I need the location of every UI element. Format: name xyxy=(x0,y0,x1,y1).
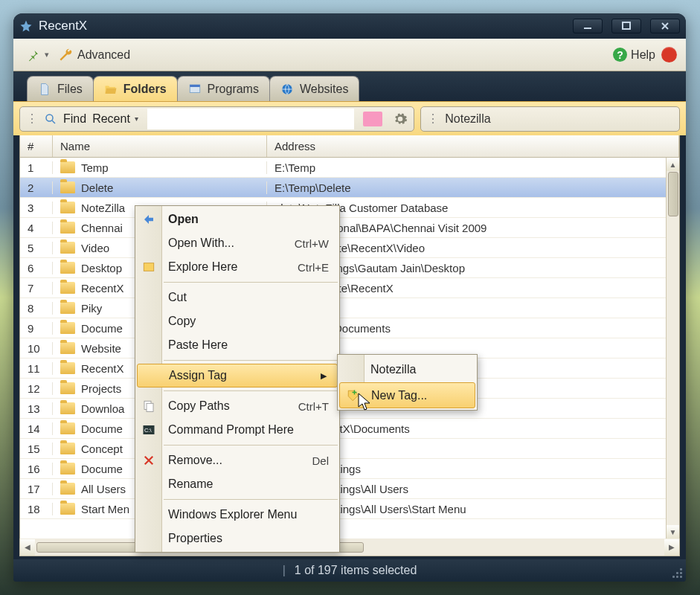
advanced-button[interactable]: Advanced xyxy=(54,45,135,65)
table-row[interactable]: 17All Usersents and Settings\All Users xyxy=(20,479,679,499)
svg-rect-3 xyxy=(190,85,200,87)
table-row[interactable]: 7RecentXtworld\Website\RecentX xyxy=(20,278,679,298)
tab-folders[interactable]: Folders xyxy=(93,76,178,101)
menu-item-explorer-menu[interactable]: Windows Explorer Menu xyxy=(135,503,339,527)
table-row[interactable]: 14Documetworld\RecentX\Documents xyxy=(20,419,679,439)
table-row[interactable]: 6Desktopnts and Settings\Gautam Jain\Des… xyxy=(20,258,679,278)
menu-item-assign-tag[interactable]: Assign Tag▶ xyxy=(137,364,338,387)
column-name[interactable]: Name xyxy=(53,135,267,157)
recent-dropdown[interactable]: Recent▾ xyxy=(92,112,138,126)
find-button[interactable]: Find xyxy=(63,112,86,126)
minimize-button[interactable] xyxy=(573,19,603,33)
remove-icon xyxy=(141,453,156,468)
menu-label: Explore Here xyxy=(168,260,237,274)
tab-label: Websites xyxy=(300,83,349,96)
table-row[interactable]: 8Pikytworld\Piky xyxy=(20,298,679,318)
close-button[interactable] xyxy=(650,19,680,33)
help-icon: ? xyxy=(613,48,627,62)
tab-label: Folders xyxy=(123,83,167,96)
folder-icon xyxy=(60,463,75,475)
search-input[interactable] xyxy=(147,109,354,129)
menu-item-explore-here[interactable]: Explore HereCtrl+E xyxy=(135,255,339,279)
table-row[interactable]: 18Start Menents and Settings\All Users\S… xyxy=(20,499,679,519)
row-number: 8 xyxy=(20,302,53,315)
row-number: 9 xyxy=(20,322,53,335)
column-number[interactable]: # xyxy=(20,135,53,157)
tab-files[interactable]: Files xyxy=(27,76,94,101)
row-number: 16 xyxy=(20,463,53,475)
row-address-cell: E:\Temp\Delete xyxy=(267,181,679,194)
status-text: 1 of 197 items selected xyxy=(295,564,417,577)
row-number: 2 xyxy=(20,181,53,194)
resize-grip[interactable] xyxy=(670,565,683,579)
scroll-right-button[interactable]: ▶ xyxy=(664,539,679,556)
tag-filter-label[interactable]: Notezilla xyxy=(445,112,490,126)
table-row[interactable]: 16Documeents and Settings xyxy=(20,459,679,479)
menu-item-properties[interactable]: Properties xyxy=(135,527,339,550)
table-row[interactable]: 5Videotworld\Website\RecentX\Video xyxy=(20,238,679,258)
maximize-button[interactable] xyxy=(611,19,641,33)
pin-button[interactable]: ▾ xyxy=(22,46,54,64)
menu-item-paste-here[interactable]: Paste Here xyxy=(135,333,339,357)
stop-button[interactable] xyxy=(661,47,677,62)
menu-item-open[interactable]: Open xyxy=(135,208,339,231)
row-number: 15 xyxy=(20,443,53,455)
scroll-thumb[interactable] xyxy=(668,172,678,216)
menu-label: Assign Tag xyxy=(169,369,227,382)
menu-item-copy[interactable]: Copy xyxy=(135,309,339,333)
help-button[interactable]: ? Help xyxy=(613,48,655,62)
menu-item-cut[interactable]: Cut xyxy=(135,286,339,309)
tab-websites[interactable]: Websites xyxy=(269,76,360,101)
context-menu: OpenOpen With...Ctrl+WExplore HereCtrl+E… xyxy=(135,205,340,553)
table-row[interactable]: 1TempE:\Temp xyxy=(20,158,679,178)
menu-item-rename[interactable]: Rename xyxy=(135,472,339,496)
folder-icon xyxy=(60,202,75,213)
web-icon xyxy=(280,83,294,96)
row-name-cell: Temp xyxy=(53,161,267,174)
submenu-item-new-tag[interactable]: New Tag... xyxy=(339,382,475,408)
submenu-item-tag-notezilla[interactable]: Notezilla xyxy=(338,356,477,382)
folder-icon xyxy=(60,483,75,495)
copy-icon xyxy=(141,399,156,414)
tabbar: FilesFoldersProgramsWebsites xyxy=(13,71,686,101)
table-row[interactable]: 15Concepttworld xyxy=(20,439,679,459)
folder-icon xyxy=(60,382,75,394)
menu-shortcut: Del xyxy=(312,454,329,467)
table-row[interactable]: 2DeleteE:\Temp\Delete xyxy=(20,178,679,198)
tab-label: Files xyxy=(57,83,83,96)
menu-item-open-with[interactable]: Open With...Ctrl+W xyxy=(135,231,339,255)
menu-item-remove[interactable]: Remove...Del xyxy=(135,448,339,472)
folder-icon xyxy=(60,282,75,294)
menu-label: New Tag... xyxy=(371,389,427,402)
menu-label: Windows Explorer Menu xyxy=(168,508,297,521)
svg-point-5 xyxy=(46,115,53,121)
scroll-down-button[interactable]: ▼ xyxy=(667,525,679,538)
search-icon xyxy=(44,112,57,126)
titlebar[interactable]: RecentX xyxy=(13,13,686,39)
row-number: 4 xyxy=(20,222,53,234)
svg-rect-1 xyxy=(623,22,630,29)
folder-icon xyxy=(60,362,75,374)
scroll-up-button[interactable]: ▲ xyxy=(667,158,679,171)
scroll-left-button[interactable]: ◀ xyxy=(20,539,35,556)
open-icon xyxy=(141,212,156,227)
table-row[interactable]: 3NoteZillaelete\NoteZilla Customer Datab… xyxy=(20,198,679,218)
assign-tag-submenu: NotezillaNew Tag... xyxy=(337,354,478,411)
menu-label: Properties xyxy=(168,532,222,545)
column-address[interactable]: Address xyxy=(267,135,679,157)
row-number: 5 xyxy=(20,242,53,254)
table-row[interactable]: 4Chennaiuments\Personal\BAPA\Chennai Vis… xyxy=(20,218,679,238)
grip-icon: ⋮ xyxy=(427,112,439,126)
folder-icon xyxy=(60,222,75,234)
menu-label: Remove... xyxy=(168,454,222,467)
horizontal-scrollbar[interactable]: ◀ ⋮⋮⋮ ▶ xyxy=(19,538,680,556)
menu-item-copy-paths[interactable]: Copy PathsCtrl+T xyxy=(135,394,339,418)
vertical-scrollbar[interactable]: ▲ ▼ xyxy=(666,158,679,538)
menu-item-cmd-here[interactable]: C:\Command Prompt Here xyxy=(135,418,339,442)
menu-label: Command Prompt Here xyxy=(168,423,294,437)
gear-icon[interactable] xyxy=(393,112,408,126)
table-row[interactable]: 9Documecworld\Piky\Documents xyxy=(20,318,679,338)
folder-icon xyxy=(60,181,75,193)
tab-programs[interactable]: Programs xyxy=(177,76,270,101)
clear-button[interactable] xyxy=(363,112,382,126)
